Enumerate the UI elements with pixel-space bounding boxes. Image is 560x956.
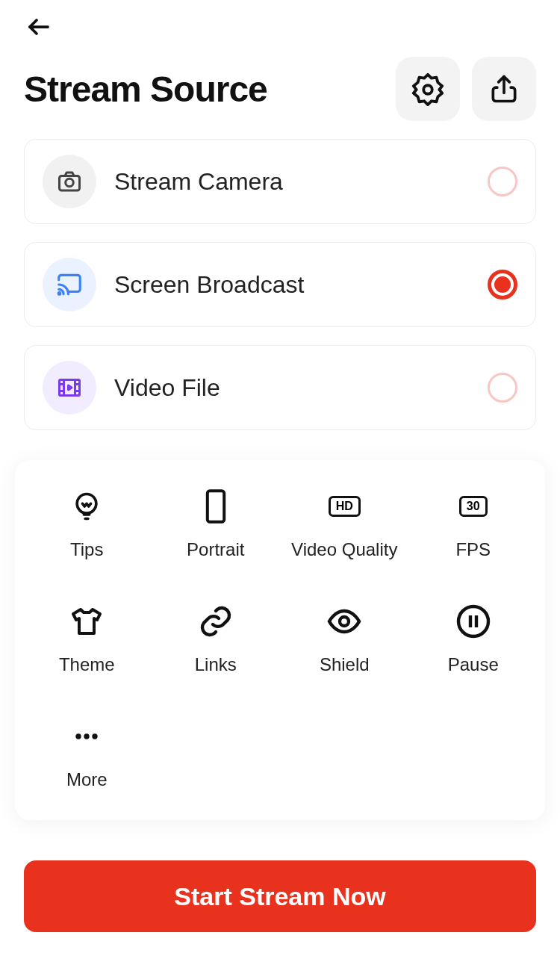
option-video-quality[interactable]: HD Video Quality bbox=[280, 487, 409, 560]
radio-unselected[interactable] bbox=[488, 373, 517, 403]
start-stream-label: Start Stream Now bbox=[174, 882, 385, 911]
fps-badge: 30 bbox=[459, 496, 488, 517]
svg-rect-14 bbox=[208, 491, 224, 522]
option-label: FPS bbox=[455, 539, 491, 560]
share-button[interactable] bbox=[472, 57, 536, 121]
cast-icon bbox=[43, 258, 96, 311]
svg-point-20 bbox=[84, 733, 90, 739]
svg-point-19 bbox=[76, 733, 81, 739]
option-label: Pause bbox=[448, 654, 499, 675]
option-fps[interactable]: 30 FPS bbox=[409, 487, 538, 560]
radio-unselected[interactable] bbox=[488, 167, 517, 196]
svg-point-15 bbox=[340, 617, 349, 626]
option-portrait[interactable]: Portrait bbox=[152, 487, 281, 560]
option-more[interactable]: More bbox=[22, 717, 152, 790]
header-actions bbox=[396, 57, 536, 121]
pause-icon bbox=[454, 602, 493, 641]
option-shield[interactable]: Shield bbox=[280, 602, 409, 675]
svg-point-3 bbox=[66, 179, 74, 187]
camera-icon bbox=[43, 155, 96, 208]
option-label: More bbox=[66, 769, 108, 790]
option-label: Tips bbox=[70, 539, 103, 560]
source-list: Stream Camera Screen Broadcast Video Fil… bbox=[0, 139, 560, 430]
options-panel: Tips Portrait HD Video Quality 30 FPS Th… bbox=[15, 460, 545, 820]
source-video-file[interactable]: Video File bbox=[24, 345, 536, 430]
hd-icon: HD bbox=[325, 487, 364, 526]
page-title: Stream Source bbox=[24, 69, 267, 110]
portrait-icon bbox=[196, 487, 235, 526]
back-button[interactable] bbox=[24, 12, 54, 42]
option-pause[interactable]: Pause bbox=[409, 602, 538, 675]
option-tips[interactable]: Tips bbox=[22, 487, 152, 560]
option-links[interactable]: Links bbox=[152, 602, 281, 675]
link-icon bbox=[196, 602, 235, 641]
settings-button[interactable] bbox=[396, 57, 460, 121]
eye-icon bbox=[325, 602, 364, 641]
radio-selected[interactable] bbox=[488, 270, 517, 299]
option-label: Portrait bbox=[187, 539, 244, 560]
source-label: Stream Camera bbox=[114, 168, 470, 196]
source-screen-broadcast[interactable]: Screen Broadcast bbox=[24, 242, 536, 327]
start-stream-button[interactable]: Start Stream Now bbox=[24, 860, 536, 932]
source-label: Video File bbox=[114, 374, 470, 402]
back-arrow-icon bbox=[25, 13, 52, 40]
hd-badge: HD bbox=[329, 496, 361, 517]
source-label: Screen Broadcast bbox=[114, 271, 470, 299]
svg-point-16 bbox=[458, 606, 488, 636]
lightbulb-icon bbox=[67, 487, 106, 526]
video-file-icon bbox=[43, 361, 96, 415]
svg-point-1 bbox=[423, 85, 432, 94]
share-icon bbox=[488, 72, 520, 105]
svg-marker-12 bbox=[69, 385, 72, 390]
option-theme[interactable]: Theme bbox=[22, 602, 152, 675]
option-label: Shield bbox=[320, 654, 370, 675]
more-icon bbox=[67, 717, 106, 756]
gear-icon bbox=[411, 72, 445, 106]
fps-icon: 30 bbox=[454, 487, 493, 526]
option-label: Links bbox=[195, 654, 237, 675]
option-label: Video Quality bbox=[291, 539, 397, 560]
source-stream-camera[interactable]: Stream Camera bbox=[24, 139, 536, 224]
svg-point-4 bbox=[58, 293, 60, 295]
tshirt-icon bbox=[67, 602, 106, 641]
svg-point-21 bbox=[93, 733, 98, 739]
option-label: Theme bbox=[59, 654, 115, 675]
